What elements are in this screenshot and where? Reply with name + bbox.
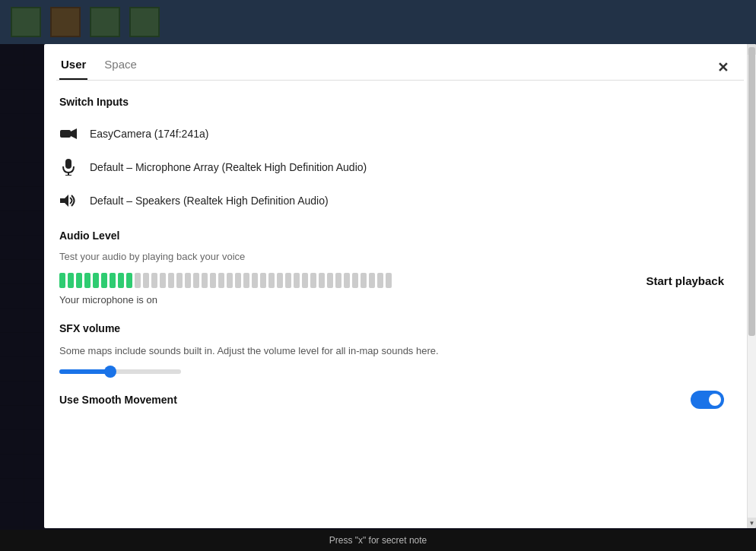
sfx-volume-section: SFX volume Some maps include sounds buil…: [59, 322, 724, 374]
audio-bar-5: [101, 273, 107, 288]
audio-bar-10: [143, 273, 149, 288]
modal-scrollbar[interactable]: ▲ ▼: [747, 44, 756, 528]
audio-bar-26: [277, 273, 283, 288]
audio-bar-11: [151, 273, 157, 288]
smooth-movement-section: Use Smooth Movement: [59, 391, 724, 409]
camera-device-item[interactable]: EasyCamera (174f:241a): [59, 117, 724, 150]
modal-header: User Space ✕: [44, 44, 747, 80]
audio-bar-25: [268, 273, 275, 288]
audio-level-section: Audio Level Test your audio by playing b…: [59, 230, 724, 306]
start-playback-button[interactable]: Start playback: [646, 274, 724, 287]
audio-bar-6: [110, 273, 116, 288]
audio-bar-28: [294, 273, 300, 288]
audio-bar-33: [335, 273, 341, 288]
scrollbar-thumb[interactable]: [748, 47, 755, 336]
tab-space[interactable]: Space: [103, 55, 138, 80]
audio-bar-13: [168, 273, 174, 288]
microphone-label: Default – Microphone Array (Realtek High…: [90, 161, 367, 173]
volume-slider-thumb[interactable]: [104, 366, 116, 378]
switch-inputs-title: Switch Inputs: [59, 96, 724, 108]
audio-bar-22: [243, 273, 249, 288]
audio-bar-29: [302, 273, 308, 288]
modal-tabs: User Space: [59, 55, 138, 80]
audio-bar-38: [377, 273, 383, 288]
audio-bar-24: [260, 273, 266, 288]
camera-icon: [59, 125, 78, 143]
audio-bar-4: [93, 273, 99, 288]
audio-bar-35: [352, 273, 358, 288]
audio-bar-39: [386, 273, 392, 288]
sfx-volume-row: [59, 369, 724, 374]
svg-rect-0: [60, 130, 71, 138]
smooth-movement-toggle[interactable]: [691, 391, 724, 409]
switch-inputs-section: Switch Inputs EasyCamera (174f:241a): [59, 96, 724, 217]
audio-bar-7: [118, 273, 124, 288]
audio-bar-31: [319, 273, 325, 288]
scrollbar-arrow-down[interactable]: ▼: [748, 518, 756, 528]
microphone-icon: [59, 158, 78, 176]
audio-bar-18: [210, 273, 216, 288]
audio-level-row: Start playback: [59, 273, 724, 288]
audio-bar-0: [59, 273, 65, 288]
sfx-volume-title: SFX volume: [59, 322, 724, 334]
speaker-icon: [59, 192, 78, 210]
bottom-bar: Press "x" for secret note: [0, 530, 756, 551]
audio-bar-32: [327, 273, 333, 288]
audio-bar-16: [193, 273, 199, 288]
mic-status: Your microphone is on: [59, 294, 724, 306]
volume-slider-fill: [59, 369, 110, 374]
volume-slider-track[interactable]: [59, 369, 181, 374]
camera-label: EasyCamera (174f:241a): [90, 128, 208, 140]
audio-bar-1: [68, 273, 74, 288]
smooth-movement-label: Use Smooth Movement: [59, 394, 177, 406]
tab-user[interactable]: User: [59, 55, 87, 80]
microphone-device-item[interactable]: Default – Microphone Array (Realtek High…: [59, 150, 724, 184]
audio-bar-12: [160, 273, 166, 288]
sfx-volume-description: Some maps include sounds built in. Adjus…: [59, 344, 500, 359]
audio-bar-9: [135, 273, 141, 288]
audio-bar-23: [252, 273, 258, 288]
svg-marker-1: [71, 128, 77, 139]
audio-bar-8: [126, 273, 132, 288]
svg-marker-5: [60, 195, 68, 207]
audio-bar-21: [235, 273, 241, 288]
modal-content: Switch Inputs EasyCamera (174f:241a): [44, 81, 747, 528]
modal-dialog: User Space ✕ Switch Inputs EasyCamera (1…: [44, 44, 756, 528]
close-button[interactable]: ✕: [714, 58, 732, 78]
secret-note-text: Press "x" for secret note: [329, 535, 427, 546]
audio-bar-30: [310, 273, 316, 288]
audio-bar-36: [361, 273, 367, 288]
speaker-label: Default – Speakers (Realtek High Definit…: [90, 195, 329, 207]
audio-bar-14: [176, 273, 183, 288]
audio-bar-27: [285, 273, 291, 288]
audio-bar-19: [218, 273, 224, 288]
audio-level-title: Audio Level: [59, 230, 724, 242]
audio-bar-34: [344, 273, 350, 288]
audio-bar-37: [369, 273, 375, 288]
audio-bars: [59, 273, 631, 288]
audio-bar-3: [84, 273, 91, 288]
audio-bar-15: [185, 273, 191, 288]
svg-rect-2: [65, 159, 71, 169]
speaker-device-item[interactable]: Default – Speakers (Realtek High Definit…: [59, 184, 724, 217]
audio-bar-2: [76, 273, 82, 288]
audio-level-description: Test your audio by playing back your voi…: [59, 251, 724, 262]
audio-bar-17: [202, 273, 208, 288]
audio-bar-20: [227, 273, 233, 288]
